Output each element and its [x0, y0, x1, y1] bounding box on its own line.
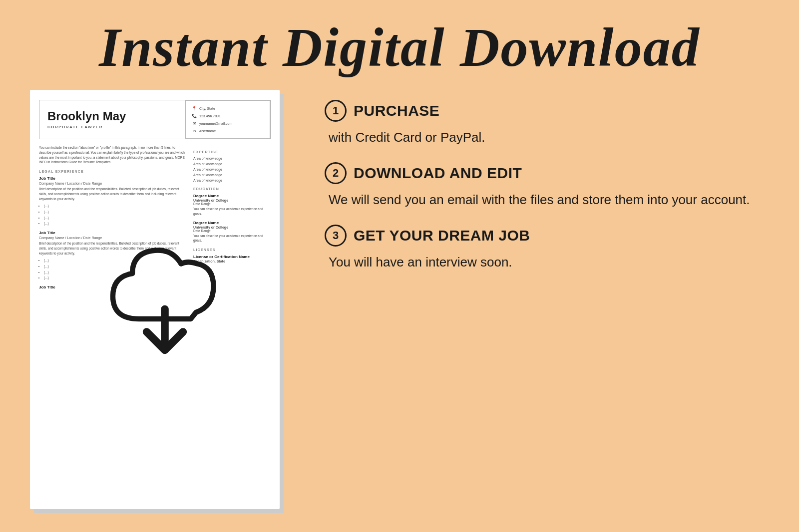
phone-icon: 📞 [192, 113, 197, 118]
step-3-header: 3 GET YOUR DREAM JOB [325, 225, 769, 247]
resume-contact-box: 📍 City, State 📞 123.456.7891 ✉ yourname@… [185, 100, 270, 139]
expertise-item-3: Area of knowledge [193, 168, 271, 171]
step-1-desc: with Credit Card or PayPal. [327, 128, 769, 147]
bullet-item: (...) [44, 221, 187, 227]
location-icon: 📍 [192, 106, 197, 111]
contact-linkedin: in /username [192, 128, 264, 133]
step-1-block: 1 PURCHASE with Credit Card or PayPal. [325, 100, 769, 147]
email-icon: ✉ [192, 121, 197, 126]
resume-card: Brooklyn May CORPORATE LAWYER 📍 City, St… [30, 90, 280, 509]
step-3-label: GET YOUR DREAM JOB [354, 227, 530, 244]
edu-desc-1: You can describe your academic experienc… [193, 207, 271, 217]
step-3-block: 3 GET YOUR DREAM JOB You will have an in… [325, 225, 769, 272]
job-title-1: Job Title [39, 176, 187, 181]
resume-name: Brooklyn May [47, 110, 177, 123]
date-1: Date Range [193, 202, 271, 206]
resume-name-box: Brooklyn May CORPORATE LAWYER [39, 100, 185, 139]
resume-header: Brooklyn May CORPORATE LAWYER 📍 City, St… [39, 100, 271, 139]
contact-email: ✉ yourname@mail.com [192, 121, 264, 126]
step-2-block: 2 DOWNLOAD AND EDIT We will send you an … [325, 162, 769, 210]
steps-section: 1 PURCHASE with Credit Card or PayPal. 2… [325, 90, 769, 282]
step-2-label: DOWNLOAD AND EDIT [354, 165, 522, 182]
expertise-item-1: Area of knowledge [193, 157, 271, 160]
step-1-number: 1 [325, 100, 347, 122]
resume-bio: You can include the section "about me" o… [39, 145, 187, 165]
step-1-desc-block: with Credit Card or PayPal. [325, 128, 769, 147]
cloud-download-icon [100, 230, 230, 369]
expertise-item-2: Area of knowledge [193, 162, 271, 166]
linkedin-icon: in [192, 128, 197, 133]
expertise-item-5: Area of knowledge [193, 179, 271, 182]
company-1: Company Name / Location / Date Range [39, 182, 187, 185]
page-title: Instant Digital Download [0, 20, 799, 75]
step-3-number: 3 [325, 225, 347, 247]
step-1-label: PURCHASE [354, 102, 439, 119]
contact-city: 📍 City, State [192, 106, 264, 111]
bullet-item: (...) [44, 209, 187, 215]
step-3-desc-block: You will have an interview soon. [325, 253, 769, 272]
job-desc-1: Brief description of the position and th… [39, 187, 187, 201]
step-2-header: 2 DOWNLOAD AND EDIT [325, 162, 769, 184]
step-2-desc-block: We will send you an email with the files… [325, 190, 769, 210]
page-header: Instant Digital Download [0, 0, 799, 90]
bullet-item: (...) [44, 215, 187, 221]
step-2-desc: We will send you an email with the files… [327, 190, 769, 210]
university-1: University or College [193, 199, 271, 202]
bullet-item: (...) [44, 203, 187, 209]
step-2-number: 2 [325, 162, 347, 184]
resume-preview-container: Brooklyn May CORPORATE LAWYER 📍 City, St… [30, 90, 295, 509]
expertise-item-4: Area of knowledge [193, 173, 271, 177]
degree-1-name: Degree Name [193, 194, 271, 198]
university-2: University or College [193, 226, 271, 229]
step-3-desc: You will have an interview soon. [327, 253, 769, 272]
expertise-section-title: EXPERTISE [193, 150, 271, 154]
resume-job-title: CORPORATE LAWYER [47, 125, 177, 129]
degree-2-name: Degree Name [193, 221, 271, 225]
bullets-1: (...) (...) (...) (...) [39, 203, 187, 227]
experience-section-title: LEGAL EXPERIENCE [39, 170, 187, 173]
step-1-header: 1 PURCHASE [325, 100, 769, 122]
contact-phone: 📞 123.456.7891 [192, 113, 264, 118]
main-content: Brooklyn May CORPORATE LAWYER 📍 City, St… [0, 90, 799, 509]
education-section-title: EDUCATION [193, 187, 271, 191]
